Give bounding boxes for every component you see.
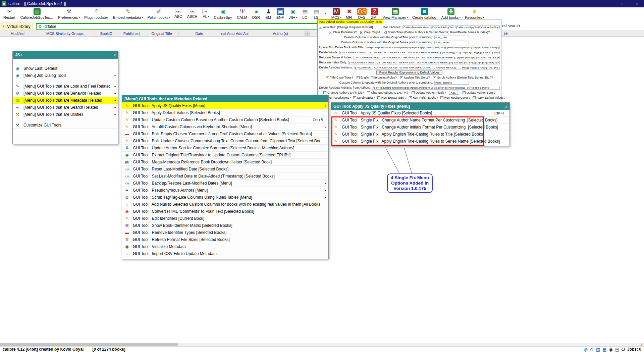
menu-item[interactable]: ✎ GUI Tool: Bulk Update Chosen 'Comments… — [122, 138, 328, 145]
horizontal-scrollbar[interactable]: ▸ — [0, 343, 644, 346]
checkbox[interactable]: ✓ Apply 'Default Values'? — [473, 96, 505, 99]
checkbox[interactable]: Run 'Resize Cover'? — [440, 96, 470, 99]
toolbar-button[interactable]: ✖ MFI — [346, 8, 353, 19]
for-libraries-input[interactable]: CalibreMainWorkbench|CalibreJobSpyTest1|… — [402, 26, 500, 29]
reset-regex-button[interactable]: Reset Regular Expressions to Default Val… — [376, 70, 442, 75]
toolbar-button[interactable]: ▦ View Manager ▾ — [382, 8, 408, 19]
toolbar-button[interactable]: ABC ABC — [174, 8, 183, 18]
toolbar-button[interactable]: ⚒ Preferences ▾ — [58, 8, 80, 19]
menu-item[interactable]: ⚙ [Menu] GUI Tools that are Behavior Rel… — [13, 90, 118, 97]
toolbar-button[interactable]: ● DSR — [252, 8, 261, 19]
toolbar-button[interactable]: AL AL ▾ — [202, 8, 209, 18]
column-header[interactable]: Original Title — [145, 31, 178, 36]
menu-item[interactable]: ◉ GUI Tool: Convert HTML 'Comments' to P… — [122, 208, 328, 215]
grid-view-icon[interactable]: ▦ — [602, 347, 606, 352]
metadata-menu-titlebar[interactable]: [Menu] GUI Tools that are Metadata Relat… — [122, 95, 328, 102]
menu-item[interactable]: \ GUI Tool: Add Null to Selected Custom … — [122, 201, 328, 208]
quality-fixes-menu-titlebar[interactable]: GUI Tool: Apply JS Quality Fixes [Menu] … — [331, 103, 509, 110]
saved-search-fragment[interactable]: ed search — [502, 23, 520, 28]
regex-row-input[interactable]: Magazine|Periodical|Journal|Newspaper|Ma… — [366, 46, 500, 49]
menu-item[interactable]: ▤ GUI Tool: Mega-Metadata Reference Book… — [122, 159, 328, 166]
orig-authors-input[interactable]: #orig_authors — [434, 81, 469, 85]
menu-item[interactable]: ✎ GUI Tool: Single Fix: Change Author In… — [331, 124, 509, 131]
menu-item[interactable]: ⚒ Customize GUI Tools — [13, 122, 118, 129]
regex-row-input[interactable]: (?#COMMENT: ADD CUSTOM REs TO THE FAR LE… — [348, 61, 500, 64]
column-header[interactable]: BookID — [95, 31, 118, 36]
toolbar-button[interactable]: ▣ ENF — [276, 8, 284, 19]
menu-item[interactable]: ✒ GUI Tool: Pseudonymous Authors [Menu] … — [122, 187, 328, 194]
checkbox[interactable]: ✓ Run 'Polish Books'? — [409, 96, 438, 99]
checkbox[interactable]: ✓ Update Author Initials? — [412, 91, 446, 94]
menu-item[interactable]: ✎ GUI Tool: Single Fix: Change Author Na… — [331, 117, 509, 124]
column-header[interactable]: Published — [118, 31, 145, 36]
column-header[interactable]: MCS Similarity Groups — [35, 31, 95, 36]
regex-row-input[interactable]: (?#COMMENT: ADD CUSTOM REs TO THE FAR LE… — [339, 51, 500, 54]
authors-artifacts-input[interactable]: ^[-]|^["]$|Edited by|editor|([[ed]])|ret… — [372, 86, 500, 90]
menu-item[interactable]: ◉ GUI Tool: Visualize Metadata — [122, 243, 328, 250]
toolbar-button[interactable]: ◉ JS+ ▾ — [289, 8, 297, 19]
regex-row-input[interactable]: (?#COMMENT: ADD CUSTOM REs TO THE FAR LE… — [354, 56, 500, 59]
menu-item[interactable]: ◉ [Menu] Job Dialog Tools ▸ — [13, 72, 118, 79]
toolbar-button[interactable]: ◉ CalibreSpy — [214, 8, 232, 19]
menu-item[interactable]: ✎ GUI Tool: Single Fix: Apply English Ti… — [331, 131, 509, 138]
toolbar-button[interactable]: OS O+S — [357, 8, 367, 19]
menu-item[interactable]: ✎ GUI Tool: Edit Identifiers [Current Bo… — [122, 215, 328, 222]
menu-item[interactable]: ⊞ GUI Tool: Show Book-Identifier Matrix … — [122, 222, 328, 229]
tags-icon[interactable]: ⊘ — [590, 347, 594, 352]
menu-item[interactable]: ◷ GUI Tool: Back up/Restore Last-Modifie… — [122, 180, 328, 187]
minimize-button[interactable]: – — [602, 0, 616, 7]
toolbar-button[interactable]: ★ Favourites ▾ — [465, 8, 484, 19]
close-icon[interactable]: x — [114, 53, 116, 57]
menu-item[interactable]: ⊘ GUI Tool: Scrub Tag/Tag-Like Columns U… — [122, 194, 328, 201]
search-icon[interactable]: ◎ — [584, 347, 588, 352]
regex-row-input[interactable]: (?#COMMENT: ADD CUSTOM REs TO THE FAR LE… — [354, 66, 500, 69]
close-icon[interactable]: x — [505, 104, 507, 108]
close-button[interactable]: × — [630, 0, 644, 7]
toolbar-button[interactable]: ≡ Create catalog — [412, 8, 437, 19]
reader-icon[interactable]: ▤ — [615, 347, 619, 352]
menu-item[interactable]: ∞ [Menu] GUI Tools that are Search Relat… — [13, 104, 118, 111]
initials-format-select[interactable]: A.B. ▾ — [449, 91, 459, 95]
checkbox[interactable]: ✓ Run 'Extract ISBN'? — [377, 96, 407, 99]
checkbox[interactable]: ✓ Scrub Titles (Delete Authors & Certain… — [384, 31, 490, 34]
checkbox[interactable]: ✓ Update Author Sorts? — [463, 91, 495, 94]
checkbox[interactable]: ✓ Clear Tags? — [360, 31, 380, 34]
menu-item[interactable]: ↓ GUI Tool: Import CSV File to Update Me… — [122, 250, 328, 257]
menu-item[interactable]: ▬ GUI Tool: Bulk Empty Chosen 'Comments/… — [122, 131, 328, 138]
menu-item[interactable]: ✎ GUI Tool: Update Custom Column Based o… — [122, 116, 328, 123]
toolbar-button[interactable]: M MCS ▾ — [331, 8, 341, 19]
toolbar-button[interactable]: ABC ABCH — [187, 8, 198, 18]
gear-icon[interactable]: ⚙ — [38, 24, 42, 29]
toolbar-button[interactable]: Z ZMI — [371, 8, 378, 19]
menu-item[interactable]: ◷ GUI Tool: Reset Last-Modified Date [Se… — [122, 166, 328, 173]
window-titlebar[interactable]: c calibre - || CalibreJobSpyTest1 || – □… — [0, 0, 644, 7]
checkbox[interactable]: ✓ Change Authors to FN LN? — [323, 91, 364, 94]
toolbar-button[interactable]: ▤ LC — [302, 8, 309, 19]
menu-item[interactable]: ✎ GUI Tool: Apply JS Quality Fixes [Menu… — [122, 102, 328, 109]
maximize-button[interactable]: □ — [616, 0, 630, 7]
toolbar-button[interactable]: ♟ EM — [265, 8, 272, 19]
layout-icon[interactable]: ◉ — [609, 347, 612, 352]
toolbar-button[interactable]: ✎ Embed metadata ▾ — [113, 8, 143, 19]
menu-item[interactable]: ⚒ [Menu] GUI Tools that are Utilities ▸ — [13, 111, 118, 118]
checkbox[interactable]: ✓ Update Title Sorts? — [400, 76, 430, 79]
column-header[interactable]: Modified — [0, 31, 35, 36]
checkbox[interactable]: ✓ English Title-casing Rules? — [357, 76, 397, 79]
toolbar-button[interactable]: Ψ CALM — [237, 8, 248, 19]
column-header[interactable]: Author(s) — [249, 31, 312, 36]
menu-item[interactable]: ▥ [Menu] GUI Tools that are Metadata Rel… — [13, 97, 118, 104]
checkbox[interactable]: ✓ Clear Publishers? — [329, 31, 357, 34]
toolbar-button[interactable]: ✐ Polish books ▾ — [147, 8, 170, 19]
menu-item[interactable]: ✎ GUI Tool: Single Fix: Apply English Ti… — [331, 138, 509, 145]
menu-item[interactable]: ▬ GUI Tool: Remove Identifier Types [Sel… — [122, 229, 328, 236]
menu-item[interactable]: ◷ GUI Tool: Set Last-Modified Date to Da… — [122, 173, 328, 180]
checkbox[interactable]: ✓ Title-Case Titles? — [326, 76, 353, 79]
scroll-right-arrow-icon[interactable]: ▸ — [640, 343, 644, 346]
scrollbar-thumb[interactable] — [0, 343, 178, 346]
search-input[interactable]: ⚙ id:false — [36, 23, 317, 30]
toolbar-button[interactable]: ⇑ Plugin updater — [84, 8, 109, 19]
menu-item[interactable]: ✎ GUI Tool: Apply JS Quality Fixes [Sele… — [331, 110, 509, 117]
sort-indicator[interactable]: ▲ — [305, 31, 310, 36]
column-header[interactable]: nal Auto-Add Au — [220, 31, 249, 36]
orig-title-input[interactable]: #orig_title — [434, 36, 469, 39]
